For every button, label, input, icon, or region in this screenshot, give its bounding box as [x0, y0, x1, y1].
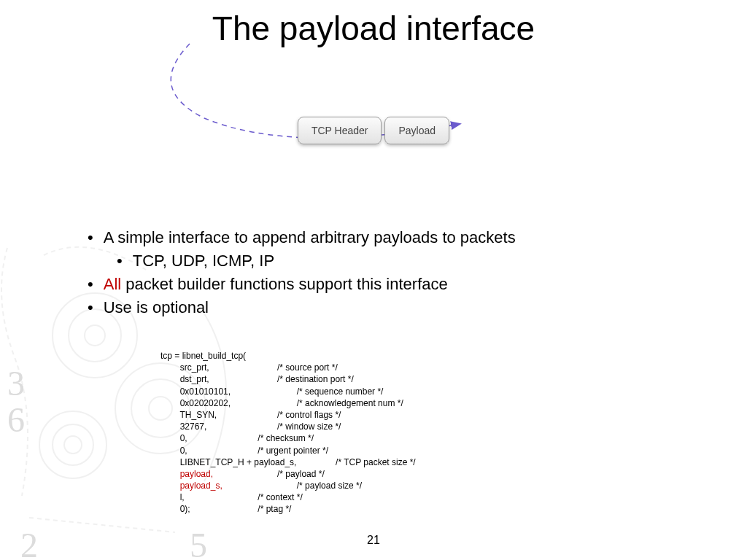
- slide-title: The payload interface: [0, 9, 747, 48]
- bullet-list: A simple interface to append arbitrary p…: [88, 226, 516, 319]
- bullet-1: A simple interface to append arbitrary p…: [88, 226, 516, 249]
- svg-point-6: [39, 411, 107, 478]
- bullet-2-emphasis: All: [104, 275, 121, 293]
- svg-point-2: [85, 325, 105, 346]
- payload-box: Payload: [384, 117, 449, 144]
- slide: 3 6 2 5 The payload interface TCP Header…: [0, 0, 747, 560]
- packet-diagram: TCP HeaderPayload: [0, 117, 747, 144]
- bg-number-6: 6: [7, 400, 25, 440]
- page-number: 21: [0, 534, 747, 547]
- code-sample: tcp = libnet_build_tcp( src_prt, /* sour…: [160, 350, 416, 516]
- bullet-3: Use is optional: [88, 296, 516, 319]
- svg-point-7: [53, 424, 93, 465]
- bullet-2: All packet builder functions support thi…: [88, 273, 516, 296]
- tcp-header-box: TCP Header: [298, 117, 382, 144]
- bg-number-3: 3: [7, 363, 25, 403]
- svg-point-8: [64, 436, 82, 454]
- bullet-2-rest: packet builder functions support this in…: [121, 275, 448, 293]
- bullet-1a: TCP, UDP, ICMP, IP: [117, 249, 516, 273]
